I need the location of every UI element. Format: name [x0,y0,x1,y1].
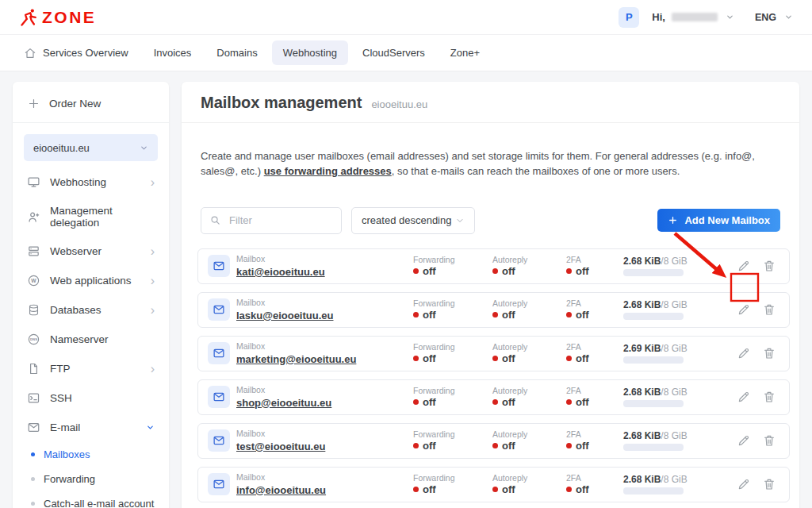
delete-mailbox-button[interactable] [762,302,776,317]
forwarding-status: off [423,309,436,321]
chevron-right-icon: › [151,176,155,189]
column-label-autoreply: Autoreply [492,342,566,352]
nav-tab-cloudservers[interactable]: CloudServers [351,40,436,65]
edit-mailbox-button[interactable] [737,433,751,448]
home-icon [24,47,36,60]
nav-tab-zone+[interactable]: Zone+ [439,40,491,65]
twofa-status: off [576,440,589,452]
order-new-button[interactable]: Order New [13,95,169,122]
column-label-2fa: 2FA [566,386,623,395]
mailbox-email-link[interactable]: shop@eiooeituu.eu [236,397,331,409]
mailbox-management-panel: Mailbox management eiooeituu.eu Create a… [182,82,799,508]
status-off-dot [566,487,572,492]
column-label-autoreply: Autoreply [492,429,566,439]
file-icon [27,362,40,375]
sidebar-item-label: Databases [50,304,102,316]
mailbox-email-link[interactable]: info@eiooeituu.eu [236,484,326,496]
column-label-forwarding: Forwarding [413,298,492,308]
sidebar-subitem-mailboxes[interactable]: Mailboxes [13,442,169,467]
sidebar-item-ssh[interactable]: SSH [13,383,169,413]
language-selector[interactable]: ENG [755,12,776,23]
chevron-down-icon[interactable] [784,13,793,21]
status-off-dot [413,487,419,492]
chevron-down-icon[interactable] [726,13,734,21]
delete-mailbox-button[interactable] [762,390,776,404]
storage-progress-bar [623,400,684,407]
sidebar-item-webhosting[interactable]: Webhosting› [13,167,169,197]
status-off-dot [492,399,498,405]
status-off-dot [492,443,498,448]
add-new-mailbox-button[interactable]: Add New Mailbox [657,209,780,232]
edit-mailbox-button[interactable] [737,259,751,273]
status-off-dot [413,268,419,274]
chevron-down-icon [455,216,465,225]
mailbox-email-link[interactable]: marketing@eiooeituu.eu [236,353,356,365]
bullet-icon [31,452,35,456]
nav-tab-webhosting[interactable]: Webhosting [272,40,348,65]
sidebar-item-label: E-mail [50,421,80,433]
divider [13,122,169,123]
wordpress-icon: W [27,274,40,287]
sidebar: Order New eiooeituu.eu Webhosting›Manage… [13,82,169,508]
nav-tab-label: Invoices [154,47,192,59]
chevron-down-icon [146,423,155,432]
sidebar-item-label: Web applications [50,275,132,287]
sidebar-item-web-applications[interactable]: WWeb applications› [13,266,169,295]
domain-selector-value: eiooeituu.eu [33,142,90,154]
sidebar-item-ftp[interactable]: FTP› [13,354,169,383]
sidebar-subitem-label: Mailboxes [44,448,90,460]
sidebar-item-databases[interactable]: Databases› [13,295,169,325]
status-off-dot [413,356,419,361]
user-plus-icon [27,210,40,224]
sidebar-item-label: FTP [50,363,71,375]
sidebar-subitem-forwarding[interactable]: Forwarding [13,467,169,491]
mailbox-email-link[interactable]: kati@eiooeituu.eu [236,266,325,278]
chevron-right-icon: › [151,304,155,317]
nav-tab-services-overview[interactable]: Services Overview [13,40,140,66]
storage-progress-bar [623,313,684,320]
zone-logo[interactable]: zone [19,8,96,27]
page-title: Mailbox management [201,94,362,112]
mailbox-email-link[interactable]: test@eiooeituu.eu [236,441,325,452]
status-off-dot [492,487,498,492]
edit-mailbox-button[interactable] [737,346,751,360]
bullet-icon [31,502,35,506]
mailbox-email-link[interactable]: lasku@eiooeituu.eu [236,310,333,321]
forwarding-status: off [423,265,436,277]
delete-mailbox-button[interactable] [762,477,776,491]
sort-dropdown[interactable]: created descending [351,207,475,234]
user-avatar[interactable]: P [619,7,639,28]
nav-tab-invoices[interactable]: Invoices [143,40,203,65]
autoreply-status: off [502,265,515,277]
sidebar-item-nameserver[interactable]: DNSNameserver [13,325,169,354]
sidebar-item-webserver[interactable]: Webserver› [13,237,169,266]
nav-tab-label: Services Overview [43,47,128,59]
greeting-text: Hi, [652,11,665,23]
nav-tab-label: CloudServers [362,47,425,59]
sidebar-subitem-catch-all-e-mail-account[interactable]: Catch-all e-mail account [13,491,169,508]
domain-selector[interactable]: eiooeituu.eu [24,134,158,161]
mailbox-envelope-icon [208,473,230,495]
sidebar-item-e-mail[interactable]: E-mail [13,413,169,442]
edit-mailbox-button[interactable] [737,477,751,491]
nav-tab-domains[interactable]: Domains [205,40,268,65]
delete-mailbox-button[interactable] [762,433,776,448]
sidebar-item-management-delegation[interactable]: Management delegation [13,197,169,237]
sidebar-item-label: Nameserver [50,333,109,345]
filter-input[interactable] [228,214,333,227]
storage-usage: 2.68 KiB/8 GiB [623,299,726,310]
column-label-forwarding: Forwarding [413,386,492,395]
add-new-mailbox-label: Add New Mailbox [684,214,770,226]
edit-mailbox-button[interactable] [737,390,751,404]
use-forwarding-addresses-link[interactable]: use forwarding addresses [264,165,392,177]
edit-mailbox-button[interactable] [737,302,751,317]
plus-icon [27,97,40,110]
page-subtitle: eiooeituu.eu [371,98,427,110]
storage-usage: 2.68 KiB/8 GiB [623,256,726,267]
delete-mailbox-button[interactable] [762,259,776,273]
storage-progress-bar [623,487,684,495]
storage-progress-bar [623,356,684,364]
delete-mailbox-button[interactable] [762,346,776,360]
mailbox-row: Mailbox info@eiooeituu.eu Forwarding off… [197,467,790,502]
column-label-forwarding: Forwarding [413,429,492,439]
